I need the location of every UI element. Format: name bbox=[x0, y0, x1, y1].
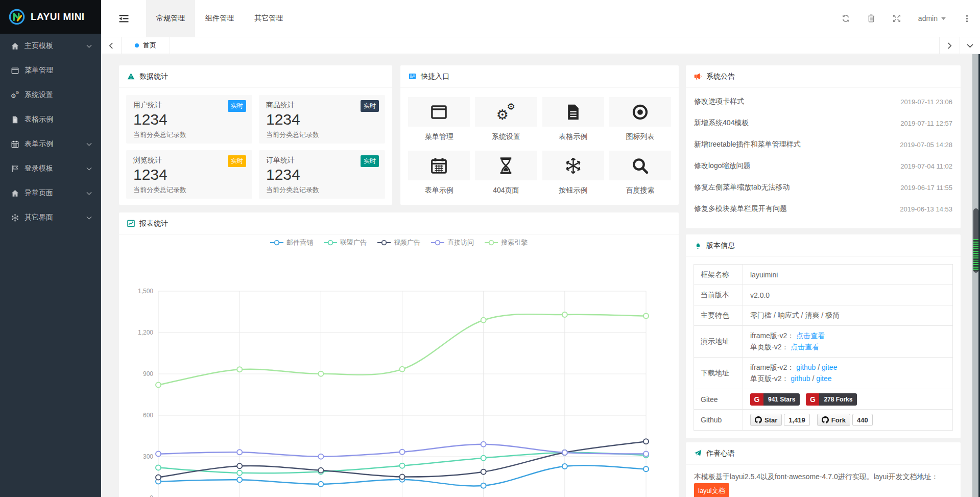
link-gitee[interactable]: gitee bbox=[822, 363, 837, 371]
chart-area: 邮件营销 联盟广告 视频广告 直接访问 搜索引擎 03006009001,200… bbox=[119, 235, 679, 497]
announcement-row[interactable]: 修复左侧菜单缩放tab无法移动 2019-06-17 11:55 bbox=[694, 177, 952, 198]
chevron-down-icon bbox=[86, 141, 92, 147]
version-link-line: iframe版-v2： github / gitee bbox=[750, 363, 952, 372]
card-version-info: 版本信息 框架名称 layuimini 当前版本 v2.0.0 主要特色 零门槛… bbox=[686, 234, 961, 438]
sidebar-item-3[interactable]: 表格示例 bbox=[0, 107, 101, 132]
app-logo[interactable]: LAYUI MINI bbox=[0, 0, 101, 34]
announcement-title: 修改logo缩放问题 bbox=[694, 161, 900, 171]
gitee-badge[interactable]: G941 Stars bbox=[750, 393, 800, 406]
more-vertical-icon[interactable] bbox=[963, 15, 971, 22]
refresh-icon[interactable] bbox=[842, 14, 850, 22]
link-点击查看[interactable]: 点击查看 bbox=[796, 332, 825, 340]
nav-tab-0[interactable]: 常规管理 bbox=[146, 0, 195, 37]
tab-scroll-left-button[interactable] bbox=[101, 37, 122, 54]
tab-home[interactable]: 首页 bbox=[122, 37, 170, 54]
announcement-row[interactable]: 修改logo缩放问题 2019-07-04 11:02 bbox=[694, 155, 952, 177]
github-Star-button[interactable]: Star bbox=[750, 414, 782, 426]
search-icon bbox=[632, 157, 649, 174]
card-title: 系统公告 bbox=[706, 72, 735, 81]
quick-entry-404页面[interactable]: 404页面 bbox=[475, 151, 537, 195]
announcement-time: 2019-07-11 23:06 bbox=[900, 98, 952, 106]
calendar-icon bbox=[11, 140, 21, 148]
card-quick-entry: 快捷入口 菜单管理 ⚙⚙ 系统设置 表格示例 图标列表 表单示例 404页面 按… bbox=[400, 65, 679, 205]
nav-tab-1[interactable]: 组件管理 bbox=[195, 0, 244, 37]
top-navbar: 常规管理组件管理其它管理 admin bbox=[101, 0, 980, 37]
user-menu[interactable]: admin bbox=[918, 14, 946, 22]
stat-value: 1234 bbox=[133, 111, 245, 129]
quick-entry-图标列表[interactable]: 图标列表 bbox=[609, 97, 671, 141]
chevron-down-icon bbox=[86, 166, 92, 172]
layui-doc-badge[interactable]: layui文档 bbox=[694, 483, 729, 497]
sidebar-item-label: 系统设置 bbox=[25, 90, 92, 100]
hamburger-icon bbox=[119, 14, 129, 23]
sidebar-item-6[interactable]: 异常页面 bbox=[0, 181, 101, 205]
announcement-row[interactable]: 新增treetable插件和菜单管理样式 2019-07-05 14:28 bbox=[694, 134, 952, 155]
sidebar-item-1[interactable]: 菜单管理 bbox=[0, 58, 101, 83]
stat-description: 当前分类总记录数 bbox=[266, 130, 378, 139]
scrollbar-thumb[interactable] bbox=[973, 208, 978, 273]
fullscreen-icon[interactable] bbox=[893, 14, 901, 22]
version-value: layuimini bbox=[750, 271, 952, 279]
quick-entry-label: 系统设置 bbox=[475, 131, 537, 141]
announcement-row[interactable]: 修复多模块菜单栏展开有问题 2019-06-13 14:53 bbox=[694, 198, 952, 220]
tab-operations-button[interactable] bbox=[960, 37, 980, 54]
home-icon bbox=[11, 42, 21, 50]
announcement-title: 修复多模块菜单栏展开有问题 bbox=[694, 204, 900, 214]
sidebar-item-5[interactable]: 登录模板 bbox=[0, 156, 101, 181]
version-table: 框架名称 layuimini 当前版本 v2.0.0 主要特色 零门槛 / 响应… bbox=[694, 264, 953, 431]
quick-entry-grid: 菜单管理 ⚙⚙ 系统设置 表格示例 图标列表 表单示例 404页面 按钮示例 百… bbox=[400, 88, 679, 195]
announcement-row[interactable]: 新增系统404模板 2019-07-11 12:57 bbox=[694, 112, 952, 134]
link-github[interactable]: github bbox=[796, 363, 816, 371]
github-Fork-button[interactable]: Fork bbox=[817, 414, 850, 426]
announcement-row[interactable]: 修改选项卡样式 2019-07-11 23:06 bbox=[694, 91, 952, 112]
stat-value: 1234 bbox=[133, 166, 245, 184]
quick-entry-菜单管理[interactable]: 菜单管理 bbox=[408, 97, 470, 141]
stat-box: 浏览统计 实时 1234 当前分类总记录数 bbox=[126, 150, 252, 199]
author-note-text: 本模板基于layui2.5.4以及font-awesome-4.7.0进行实现。… bbox=[686, 465, 961, 497]
card-system-announcements: 系统公告 修改选项卡样式 2019-07-11 23:06 新增系统404模板 … bbox=[686, 65, 961, 228]
quick-entry-表格示例[interactable]: 表格示例 bbox=[542, 97, 604, 141]
link-点击查看[interactable]: 点击查看 bbox=[791, 343, 819, 351]
svg-text:600: 600 bbox=[143, 412, 153, 419]
sidebar-item-4[interactable]: 表单示例 bbox=[0, 132, 101, 156]
stat-value: 1234 bbox=[266, 111, 378, 129]
card-title: 快捷入口 bbox=[421, 72, 449, 81]
stat-badge: 实时 bbox=[361, 100, 379, 112]
card-title: 作者心语 bbox=[706, 449, 735, 458]
sidebar-item-0[interactable]: 主页模板 bbox=[0, 34, 101, 58]
window-icon bbox=[431, 104, 447, 121]
card-author-note: 作者心语 本模板基于layui2.5.4以及font-awesome-4.7.0… bbox=[686, 442, 961, 497]
browser-window-icon bbox=[409, 73, 416, 80]
github-octocat-icon bbox=[755, 416, 762, 423]
flag-icon bbox=[11, 165, 21, 173]
sidebar-item-2[interactable]: ⚙⚙ 系统设置 bbox=[0, 83, 101, 107]
sidebar-item-label: 登录模板 bbox=[25, 164, 86, 173]
announcement-time: 2019-06-17 11:55 bbox=[900, 184, 952, 192]
version-row: Github Star1,419Fork440 bbox=[694, 410, 952, 430]
version-row: 主要特色 零门槛 / 响应式 / 清爽 / 极简 bbox=[694, 305, 952, 326]
fire-icon bbox=[694, 242, 702, 249]
quick-entry-按钮示例[interactable]: 按钮示例 bbox=[542, 151, 604, 195]
quick-entry-系统设置[interactable]: ⚙⚙ 系统设置 bbox=[475, 97, 537, 141]
quick-entry-label: 图标列表 bbox=[609, 131, 671, 141]
quick-entry-label: 表格示例 bbox=[542, 131, 604, 141]
link-gitee[interactable]: gitee bbox=[816, 374, 831, 383]
gitee-badge[interactable]: G278 Forks bbox=[806, 393, 857, 406]
quick-entry-百度搜索[interactable]: 百度搜索 bbox=[609, 151, 671, 195]
github-count[interactable]: 1,419 bbox=[784, 414, 810, 426]
stat-badge: 实时 bbox=[228, 100, 246, 112]
stat-description: 当前分类总记录数 bbox=[133, 130, 245, 139]
sidebar-item-7[interactable]: 其它界面 bbox=[0, 205, 101, 230]
tab-scroll-right-button[interactable] bbox=[939, 37, 960, 54]
quick-entry-表单示例[interactable]: 表单示例 bbox=[408, 151, 470, 195]
chevron-down-icon bbox=[86, 215, 92, 221]
version-row-label: 主要特色 bbox=[694, 305, 743, 325]
version-value: 零门槛 / 响应式 / 清爽 / 极简 bbox=[750, 311, 952, 320]
sidebar-toggle-button[interactable] bbox=[101, 0, 146, 37]
link-github[interactable]: github bbox=[791, 374, 810, 383]
snowflake-icon bbox=[565, 157, 582, 174]
github-count[interactable]: 440 bbox=[852, 414, 873, 426]
nav-tab-2[interactable]: 其它管理 bbox=[244, 0, 293, 37]
bullhorn-icon bbox=[694, 73, 702, 80]
clear-cache-trash-icon[interactable] bbox=[867, 14, 875, 22]
